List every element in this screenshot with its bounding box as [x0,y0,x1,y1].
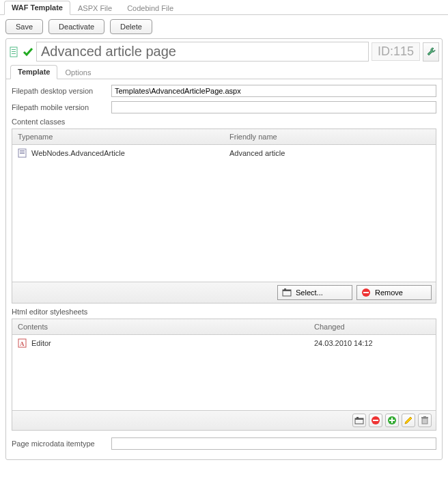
pencil-icon [404,416,413,425]
wrench-icon [425,46,436,57]
top-tab-bar: WAF Template ASPX File Codebind File [0,0,448,15]
microdata-row: Page microdata itemtype [12,437,436,450]
select-label: Select... [296,288,323,297]
check-icon [23,46,33,57]
tab-waf-template[interactable]: WAF Template [4,1,70,15]
select-button[interactable]: Select... [277,285,352,300]
table-row[interactable]: A Editor 24.03.2010 14:12 [12,335,436,352]
trash-icon [420,416,430,425]
content-classes-grid: Typename Friendly name WebNodes.Advanced… [12,129,436,303]
remove-label: Remove [375,288,403,297]
svg-rect-1 [12,49,16,50]
svg-rect-24 [421,417,428,418]
svg-rect-9 [283,290,291,291]
document-icon [9,46,20,57]
svg-rect-16 [355,418,363,420]
col-contents: Contents [12,319,309,334]
contents-value: Editor [31,339,51,347]
col-typename: Typename [12,129,224,144]
minus-circle-icon [371,416,380,425]
svg-rect-6 [20,152,25,152]
filepath-mobile-row: Filepath mobile version [12,101,436,113]
svg-rect-22 [391,418,393,423]
svg-rect-3 [12,53,16,54]
browse-button[interactable] [352,414,366,427]
delete-item-button[interactable] [369,414,382,427]
col-changed: Changed [309,319,436,334]
content-classes-body: WebNodes.AdvancedArticle Advanced articl… [12,145,436,282]
tab-template[interactable]: Template [10,65,57,79]
title-row: ID:115 [6,39,442,64]
table-row[interactable]: WebNodes.AdvancedArticle Advanced articl… [12,145,436,162]
filepath-desktop-input[interactable] [111,85,436,97]
tab-aspx-file[interactable]: ASPX File [70,1,120,15]
microdata-input[interactable] [111,437,436,450]
select-icon [282,288,292,297]
id-value: 115 [393,44,414,58]
folder-icon [354,416,364,425]
html-editor-body: A Editor 24.03.2010 14:12 [12,335,436,410]
main-panel: ID:115 Template Options Filepath desktop… [5,38,443,460]
content-classes-footer: Select... Remove [12,282,436,303]
svg-rect-25 [423,416,426,417]
tools-button[interactable] [423,42,439,62]
changed-value: 24.03.2010 14:12 [309,336,436,351]
svg-text:A: A [20,340,25,347]
remove-icon [361,288,371,297]
filepath-desktop-label: Filepath desktop version [12,87,107,95]
friendly-value: Advanced article [224,146,436,161]
svg-rect-5 [20,150,25,151]
remove-button[interactable]: Remove [356,285,432,300]
svg-rect-19 [373,420,378,421]
content-classes-header: Typename Friendly name [12,129,436,145]
id-label: ID: [378,44,393,58]
save-button[interactable]: Save [5,19,43,34]
col-friendlyname: Friendly name [224,129,436,144]
deactivate-button[interactable]: Deactivate [48,19,104,34]
trash-button[interactable] [418,414,432,427]
svg-rect-10 [284,288,286,290]
microdata-label: Page microdata itemtype [12,440,107,448]
svg-rect-7 [20,153,25,154]
template-content: Filepath desktop version Filepath mobile… [6,79,442,459]
filepath-mobile-input[interactable] [111,101,436,113]
delete-button[interactable]: Delete [110,19,152,34]
svg-rect-2 [12,51,16,52]
html-editor-label: Html editor stylesheets [12,308,436,316]
typename-value: WebNodes.AdvancedArticle [31,149,125,157]
content-classes-label: Content classes [12,118,436,126]
stylesheet-icon: A [18,338,27,348]
svg-rect-17 [356,417,359,418]
filepath-mobile-label: Filepath mobile version [12,103,107,111]
page-title-input[interactable] [36,42,369,62]
html-editor-grid: Contents Changed A Editor 24.03.2010 14:… [12,319,436,431]
page-icon [18,148,27,158]
tab-options[interactable]: Options [57,66,98,79]
inner-tab-bar: Template Options [6,64,442,79]
html-editor-footer [12,410,436,430]
svg-rect-12 [363,292,369,293]
add-item-button[interactable] [385,414,399,427]
edit-item-button[interactable] [402,414,415,427]
html-editor-header: Contents Changed [12,319,436,335]
tab-codebind-file[interactable]: Codebind File [120,1,181,15]
svg-rect-23 [422,418,428,424]
filepath-desktop-row: Filepath desktop version [12,85,436,97]
action-toolbar: Save Deactivate Delete [0,15,448,38]
plus-circle-icon [387,416,397,425]
id-display: ID:115 [372,42,420,61]
